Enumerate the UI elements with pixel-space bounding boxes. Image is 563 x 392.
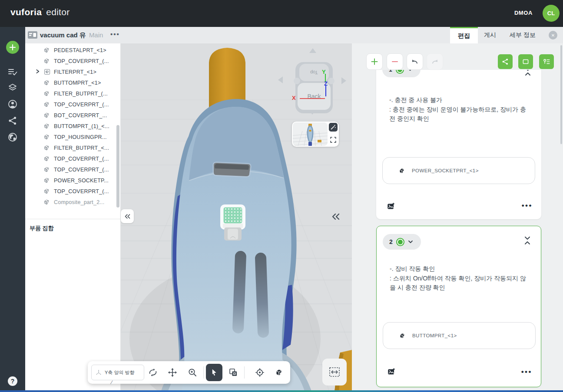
pan-tool-icon[interactable] (167, 367, 178, 378)
checklist-icon[interactable] (7, 67, 18, 77)
filter-part-icon (43, 68, 51, 76)
minus-icon (391, 58, 399, 66)
expand-preview-button[interactable] (329, 135, 338, 144)
tree-item[interactable]: TOP_COVERPRT_(... (25, 153, 120, 164)
tree-item-label: BUTTOMPRT_(1)_<... (54, 123, 109, 129)
part-tool-icon[interactable] (275, 367, 285, 378)
tree-item[interactable]: FILTERPRT_<1> (25, 66, 120, 77)
remove-step-button[interactable] (387, 53, 403, 70)
tree-item-label: TOP_COVERPRT_(... (54, 188, 109, 194)
tab-edit[interactable]: 편집 (450, 27, 478, 43)
card-more-button[interactable]: ••• (522, 201, 533, 210)
plus-icon (371, 58, 378, 66)
part-icon (398, 167, 407, 175)
step-card-1[interactable]: 1 -. 충전 중 사용 불가 : 충전 중에는 장비 운영이 불가능하므로, … (376, 56, 541, 219)
step-options-button[interactable] (539, 54, 554, 69)
rectangle-icon (522, 58, 530, 66)
collapse-card-icon[interactable] (523, 236, 531, 245)
collapse-right-panel-button[interactable] (330, 211, 341, 222)
part-icon (43, 122, 51, 130)
part-icon (43, 79, 51, 86)
viewport-3d[interactable]: Top Back X Y Z (121, 43, 352, 392)
expand-chevron-icon[interactable] (35, 69, 40, 74)
tree-item[interactable]: TOP_HOUSINGPR... (25, 132, 120, 142)
tree-item[interactable]: BUTTOMPRT_<1> (25, 77, 120, 88)
tree-item[interactable]: TOP_COVERPRT_(... (25, 99, 120, 110)
fit-view-button[interactable] (322, 359, 347, 385)
org-name[interactable]: DMOA (514, 10, 533, 16)
tree-item[interactable]: FILTER_BUTPRT_(... (25, 88, 120, 99)
undo-icon (411, 57, 419, 66)
magic-wand-button[interactable] (329, 123, 338, 132)
focus-target-tool-icon[interactable] (255, 367, 265, 378)
help-button[interactable]: ? (8, 376, 17, 386)
collapse-tree-panel-button[interactable] (121, 209, 134, 223)
part-icon (43, 144, 51, 152)
add-project-button[interactable] (6, 41, 19, 54)
frame-button[interactable] (518, 54, 533, 69)
tree-item[interactable]: TOP_COVERPRT_(... (25, 164, 120, 175)
part-icon (43, 133, 51, 141)
linked-part-chip[interactable]: BUTTOMPRT_<1> (383, 322, 536, 349)
tree-item-label: FILTER_BUTPRT_<... (54, 145, 109, 151)
linked-part-label: POWER_SOCKETPRT_<1> (412, 168, 479, 173)
tree-item[interactable]: BUTTOMPRT_(1)_<... (25, 121, 120, 132)
linked-part-chip[interactable]: POWER_SOCKETPRT_<1> (382, 157, 535, 184)
layers-icon[interactable] (7, 82, 18, 93)
tree-item-label: FILTERPRT_<1> (54, 69, 96, 75)
tree-item[interactable]: POWER_SOCKETP... (25, 175, 120, 186)
tab-publish[interactable]: 게시 (480, 27, 500, 43)
avatar[interactable]: CL (543, 5, 560, 22)
branch-name: Main (89, 31, 103, 39)
title-menu-button[interactable]: ••• (110, 30, 120, 38)
view-cube-ear-left (294, 78, 300, 84)
tree-item[interactable]: Composite_part_2... (25, 197, 120, 208)
axis-x-line (300, 98, 325, 99)
step-description[interactable]: -. 장비 작동 확인 : 스위치 On/Off하여 작동 확인, 장비가 작동… (390, 264, 531, 293)
part-icon (43, 188, 51, 195)
add-image-button[interactable] (387, 201, 396, 211)
view-cube-ear-right (328, 78, 334, 84)
tree-item-label: FILTER_BUTPRT_(... (54, 91, 108, 97)
tree-item[interactable]: TOP_COVERPRT_(... (25, 56, 120, 66)
tree-item-label: PEDESTALPRT_<1> (54, 47, 106, 53)
step-description[interactable]: -. 충전 중 사용 불가 : 충전 중에는 장비 운영이 불가능하므로, 장비… (389, 96, 531, 124)
globe-icon[interactable] (7, 132, 18, 142)
tree-item[interactable]: BOT_COVERPRT_... (25, 110, 120, 121)
step-2-selector[interactable]: 2 (383, 234, 421, 250)
tree-item[interactable]: FILTER_BUTPRT_<... (25, 142, 120, 153)
zoom-tool-icon[interactable] (187, 367, 198, 378)
account-icon[interactable] (7, 99, 18, 109)
tree-item[interactable]: PEDESTALPRT_<1> (25, 45, 120, 56)
part-icon (399, 332, 407, 340)
view-cube[interactable]: Top Back (295, 62, 333, 113)
direction-dropdown[interactable]: Y축 양의 방향 (91, 365, 144, 380)
add-image-button[interactable] (387, 367, 397, 376)
tree-scrollbar[interactable] (116, 125, 119, 208)
preview-thumbnail[interactable] (293, 122, 328, 146)
redo-button[interactable] (427, 53, 443, 70)
orbit-tool-icon[interactable] (148, 367, 158, 378)
share-step-button[interactable] (498, 54, 513, 69)
model-tree-panel: PEDESTALPRT_<1> TOP_COVERPRT_(... FILTER… (25, 43, 121, 392)
plus-icon (9, 44, 16, 51)
close-button[interactable]: ✕ (549, 31, 557, 40)
panel-scrollbar[interactable] (560, 45, 562, 144)
add-step-button[interactable] (366, 53, 383, 70)
toolbar-divider (203, 366, 204, 379)
card-more-button[interactable]: ••• (521, 368, 532, 376)
select-tool-button-active[interactable] (206, 364, 222, 381)
orbit-left-arrow[interactable] (278, 76, 283, 83)
part-icon (43, 112, 51, 119)
multi-select-tool-icon[interactable] (228, 367, 238, 378)
step-card-2[interactable]: 2 -. 장비 작동 확인 : 스위치 On/Off하여 작동 확인, 장비가 … (376, 226, 541, 387)
logo-mark: ° (42, 8, 43, 12)
tree-item-label: TOP_COVERPRT_(... (54, 58, 109, 64)
magic-wand-icon (330, 124, 336, 130)
tab-details[interactable]: 세부 정보 (504, 27, 541, 43)
undo-button[interactable] (407, 53, 423, 70)
orbit-right-arrow[interactable] (341, 77, 346, 84)
tree-item[interactable]: TOP_COVERPRT_(... (25, 186, 120, 197)
share-icon[interactable] (7, 115, 18, 126)
orbit-up-arrow[interactable] (309, 48, 316, 53)
